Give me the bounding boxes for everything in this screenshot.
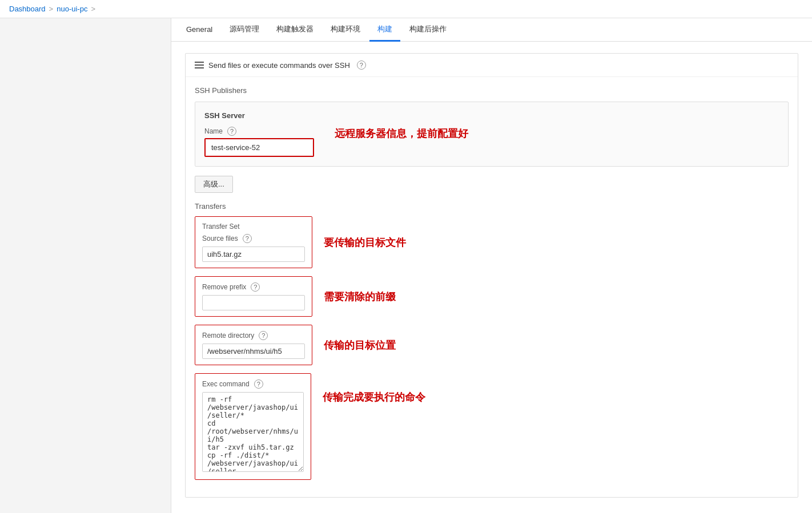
remove-prefix-label: Remove prefix ?: [202, 282, 305, 292]
remote-dir-row: Remote directory ? 传输的目标位置: [195, 325, 789, 365]
tab-triggers[interactable]: 构建触发器: [268, 18, 321, 42]
annotation-remote: 传输的目标位置: [324, 338, 396, 352]
breadcrumb-sep-1: >: [49, 5, 54, 13]
tab-source[interactable]: 源码管理: [222, 18, 267, 42]
ssh-server-block: SSH Server Name ?: [195, 102, 789, 167]
section-body: SSH Publishers SSH Server Name ?: [186, 77, 798, 497]
section-title: Send files or execute commands over SSH: [208, 61, 350, 70]
source-files-row: Transfer Set Source files ? 要传输的目标文件: [195, 216, 789, 268]
drag-handle-icon[interactable]: [195, 62, 204, 68]
name-label: Name ?: [204, 127, 314, 136]
annotation-prefix: 需要清除的前缀: [324, 290, 396, 304]
exec-cmd-label: Exec command ?: [202, 379, 304, 389]
remote-dir-input[interactable]: [202, 344, 305, 359]
breadcrumb-dashboard[interactable]: Dashboard: [9, 5, 46, 13]
content-area: General 源码管理 构建触发器 构建环境 构建 构建后操作 Send fi…: [171, 18, 812, 513]
remote-dir-help-icon[interactable]: ?: [259, 331, 268, 340]
content-inner: Send files or execute commands over SSH …: [171, 42, 812, 513]
transfer-set-label-group: Transfer Set: [202, 223, 305, 231]
breadcrumb: Dashboard > nuo-ui-pc >: [0, 0, 812, 18]
advanced-button[interactable]: 高级...: [195, 176, 233, 193]
remove-prefix-row: Remove prefix ? 需要清除的前缀: [195, 276, 789, 317]
section-card: Send files or execute commands over SSH …: [185, 53, 798, 498]
breadcrumb-sep-2: >: [91, 5, 95, 13]
exec-cmd-help-icon[interactable]: ?: [254, 379, 263, 389]
section-help-icon[interactable]: ?: [357, 60, 366, 70]
ssh-server-title: SSH Server: [204, 111, 779, 120]
tab-env[interactable]: 构建环境: [323, 18, 368, 42]
breadcrumb-project[interactable]: nuo-ui-pc: [57, 5, 87, 13]
publishers-label: SSH Publishers: [195, 86, 789, 95]
remove-prefix-input[interactable]: [202, 295, 305, 310]
source-files-input[interactable]: [202, 247, 305, 262]
annotation-source: 要传输的目标文件: [324, 236, 406, 249]
tab-build[interactable]: 构建: [369, 18, 400, 42]
name-input[interactable]: [207, 140, 312, 155]
remote-dir-box: Remote directory ?: [195, 325, 312, 365]
exec-cmd-box: Exec command ? rm -rf /webserver/javasho…: [195, 373, 311, 480]
tab-bar: General 源码管理 构建触发器 构建环境 构建 构建后操作: [171, 18, 812, 42]
remove-prefix-help-icon[interactable]: ?: [251, 282, 260, 292]
exec-cmd-textarea[interactable]: rm -rf /webserver/javashop/ui/seller/* c…: [202, 392, 304, 472]
remove-prefix-box: Remove prefix ?: [195, 276, 312, 317]
section-header: Send files or execute commands over SSH …: [186, 54, 798, 77]
tab-post[interactable]: 构建后操作: [401, 18, 455, 42]
remote-dir-label: Remote directory ?: [202, 331, 305, 340]
annotation-exec: 传输完成要执行的命令: [323, 390, 425, 404]
exec-cmd-row: Exec command ? rm -rf /webserver/javasho…: [195, 373, 789, 480]
name-help-icon[interactable]: ?: [227, 127, 236, 136]
annotation-server: 远程服务器信息，提前配置好: [335, 127, 468, 140]
name-field-group: Name ?: [204, 127, 314, 157]
tab-general[interactable]: General: [178, 18, 220, 42]
source-files-box: Transfer Set Source files ?: [195, 216, 312, 268]
sidebar: [0, 18, 171, 513]
source-files-help-icon[interactable]: ?: [243, 234, 252, 243]
transfers-label: Transfers: [195, 202, 789, 211]
source-files-label: Source files ?: [202, 234, 305, 243]
